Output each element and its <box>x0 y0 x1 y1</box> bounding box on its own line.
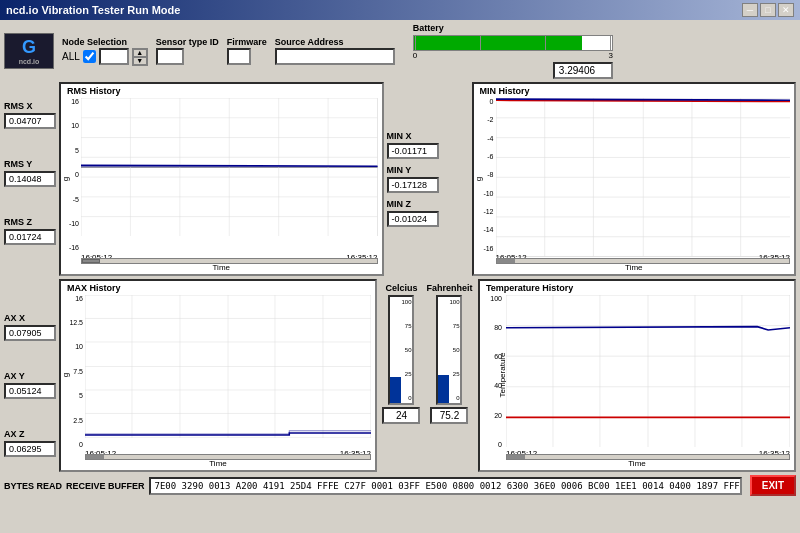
rms-chart-title: RMS History <box>67 86 121 96</box>
rms-x-label: RMS X <box>4 101 56 111</box>
temp-scrollbar-thumb[interactable] <box>507 455 525 459</box>
fahrenheit-fill <box>438 375 449 403</box>
max-y-ticks: 16 12.5 10 7.5 5 2.5 0 <box>63 295 83 449</box>
exit-button[interactable]: EXIT <box>750 475 796 496</box>
source-address-label: Source Address <box>275 37 395 47</box>
min-z-value: -0.01024 <box>387 211 439 227</box>
node-value-input[interactable]: 0 <box>99 48 129 65</box>
rms-time-label: Time <box>213 263 230 272</box>
min-values-col: MIN X -0.01171 MIN Y -0.17128 MIN Z -0.0… <box>387 82 469 276</box>
min-time-label: Time <box>625 263 642 272</box>
node-selection-row: ALL 0 ▲ ▼ <box>62 48 148 66</box>
max-y-value: 0.05124 <box>4 383 56 399</box>
rms-z-group: RMS Z 0.01724 <box>4 217 56 245</box>
buffer-text: 7E00 3290 0013 A200 4191 25D4 FFFE C27F … <box>149 477 742 495</box>
battery-scale-end: 3 <box>608 51 612 60</box>
firmware-group: Firmware 1 <box>227 37 267 65</box>
max-z-label: AX Z <box>4 429 56 439</box>
rms-scrollbar-thumb[interactable] <box>82 259 100 263</box>
battery-scale-0: 0 <box>413 51 417 60</box>
source-address-input[interactable]: 0013 A200 4191 25D4 <box>275 48 395 65</box>
sensor-type-input[interactable]: 5 <box>156 48 184 65</box>
window-container: ncd.io Vibration Tester Run Mode ─ □ ✕ G… <box>0 0 800 499</box>
battery-label: Battery <box>413 23 613 33</box>
temp-scrollbar[interactable] <box>506 454 790 460</box>
sensor-type-label: Sensor type ID <box>156 37 219 47</box>
max-x-value: 0.07905 <box>4 325 56 341</box>
max-chart-svg <box>85 295 371 438</box>
max-time-label: Time <box>209 459 226 468</box>
y-tick-10: 10 <box>71 122 79 129</box>
temp-time-label: Time <box>628 459 645 468</box>
all-checkbox[interactable] <box>83 50 96 63</box>
rms-y-label: g <box>61 177 70 181</box>
min-x-value: -0.01171 <box>387 143 439 159</box>
fahrenheit-value: 75.2 <box>430 407 468 424</box>
celsius-gauge: Celcius 100 75 50 25 0 <box>382 283 420 424</box>
maximize-button[interactable]: □ <box>760 3 776 17</box>
max-y-group: AX Y 0.05124 <box>4 371 56 399</box>
node-spinner-down[interactable]: ▼ <box>133 57 147 65</box>
top-bar: G ncd.io Node Selection ALL 0 ▲ ▼ Sensor… <box>0 20 800 82</box>
rms-y-value: 0.14048 <box>4 171 56 187</box>
temp-chart-svg <box>506 295 790 448</box>
battery-scale: 0 3 <box>413 51 613 60</box>
fahrenheit-gauge: Fahrenheit 100 75 50 25 0 <box>426 283 472 424</box>
title-bar: ncd.io Vibration Tester Run Mode ─ □ ✕ <box>0 0 800 20</box>
bytes-read-group: BYTES READ <box>4 481 62 491</box>
rms-x-group: RMS X 0.04707 <box>4 101 56 129</box>
min-scrollbar-thumb[interactable] <box>497 259 515 263</box>
max-scrollbar-thumb[interactable] <box>86 455 104 459</box>
battery-bar <box>413 35 613 51</box>
max-scrollbar[interactable] <box>85 454 371 460</box>
rms-y-label: RMS Y <box>4 159 56 169</box>
celsius-thermometer: 100 75 50 25 0 <box>388 295 414 405</box>
node-spinner-up[interactable]: ▲ <box>133 49 147 57</box>
max-x-group: AX X 0.07905 <box>4 313 56 341</box>
rms-chart-svg <box>81 98 378 236</box>
max-chart-title: MAX History <box>67 283 121 293</box>
rms-y-ticks: 16 10 5 0 -5 -10 -16 <box>63 98 79 252</box>
fahrenheit-label: Fahrenheit <box>426 283 472 293</box>
max-y-label: AX Y <box>4 371 56 381</box>
rms-z-label: RMS Z <box>4 217 56 227</box>
logo: G ncd.io <box>4 33 54 69</box>
firmware-label: Firmware <box>227 37 267 47</box>
minimize-button[interactable]: ─ <box>742 3 758 17</box>
max-z-group: AX Z 0.06295 <box>4 429 56 457</box>
rms-x-value: 0.04707 <box>4 113 56 129</box>
max-x-label: AX X <box>4 313 56 323</box>
gauges-row: Celcius 100 75 50 25 0 <box>382 283 472 424</box>
node-selection-label: Node Selection <box>62 37 148 47</box>
logo-sub: ncd.io <box>19 58 40 65</box>
firmware-input[interactable]: 1 <box>227 48 251 65</box>
min-y-group: MIN Y -0.17128 <box>387 165 469 193</box>
min-z-label: MIN Z <box>387 199 469 209</box>
temp-chart: Temperature History 100 80 60 40 20 0 Te… <box>478 279 796 473</box>
rms-y-group: RMS Y 0.14048 <box>4 159 56 187</box>
min-z-group: MIN Z -0.01024 <box>387 199 469 227</box>
min-y-label: g <box>473 177 482 181</box>
battery-section: Battery 0 3 3.29406 <box>413 23 613 79</box>
y-tick-0: 0 <box>75 171 79 178</box>
receive-label: RECEIVE BUFFER <box>66 481 145 491</box>
window-buttons: ─ □ ✕ <box>742 3 794 17</box>
left-values-col: RMS X 0.04707 RMS Y 0.14048 RMS Z 0.0172… <box>4 82 56 472</box>
close-button[interactable]: ✕ <box>778 3 794 17</box>
max-chart: MAX History 16 12.5 10 7.5 5 2.5 0 g <box>59 279 377 473</box>
celsius-fill <box>390 377 401 402</box>
all-label: ALL <box>62 51 80 62</box>
node-selection-group: Node Selection ALL 0 ▲ ▼ <box>62 37 148 66</box>
y-tick-16: 16 <box>71 98 79 105</box>
min-scrollbar[interactable] <box>496 258 791 264</box>
y-tick-n10: -10 <box>69 220 79 227</box>
max-y-label: g <box>61 373 70 377</box>
min-y-label: MIN Y <box>387 165 469 175</box>
y-tick-n16: -16 <box>69 244 79 251</box>
receive-buffer-section: BYTES READ RECEIVE BUFFER 7E00 3290 0013… <box>0 472 800 499</box>
fahrenheit-thermometer: 100 75 50 25 0 <box>436 295 462 405</box>
rms-chart: RMS History 16 10 5 0 -5 -10 -16 g <box>59 82 384 276</box>
rms-scrollbar[interactable] <box>81 258 378 264</box>
min-y-value: -0.17128 <box>387 177 439 193</box>
min-x-label: MIN X <box>387 131 469 141</box>
